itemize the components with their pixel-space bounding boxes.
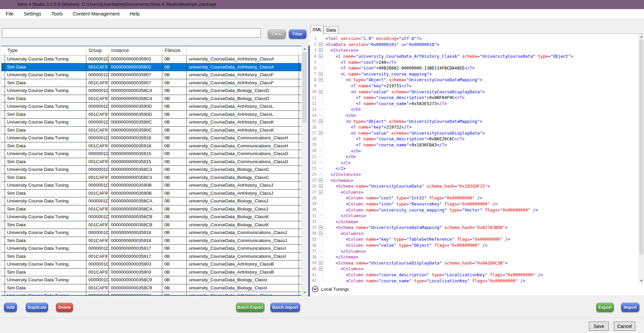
table-cell[interactable] [299,142,301,150]
table-cell[interactable]: Sim Data [5,237,86,245]
table-row[interactable]: Sim Data001CAF9700000000000358C30Buniver… [1,174,301,182]
table-cell[interactable]: University Course Data Tuning [5,134,86,142]
table-cell[interactable] [299,213,301,221]
table-cell[interactable]: University Course Data Tuning [5,182,86,189]
table-cell[interactable]: 0000000000035902 [109,55,162,63]
table-cell[interactable]: 0B [162,182,187,189]
row-selector-gutter[interactable] [1,260,5,268]
table-cell[interactable] [299,174,301,182]
table-cell[interactable]: 001CAF97 [86,63,109,71]
table-cell[interactable]: university_CourseData_ArtHistory_ClassL [187,103,299,110]
table-row[interactable]: Sim Data001CAF9700000000000359150Buniver… [1,158,301,166]
table-cell[interactable]: University Course Data Tuning [5,55,86,63]
table-cell[interactable]: Sim Data [5,127,86,134]
table-row[interactable]: University Course Data Tuning0000001D000… [1,213,301,221]
table-cell[interactable]: 0B [162,111,187,118]
fold-collapse-icon[interactable] [318,177,324,183]
table-cell[interactable]: university_CourseData_ArtHistory_ClassJ [187,182,299,189]
row-selector-gutter[interactable] [1,237,5,245]
table-cell[interactable]: University Course Data Tuning [5,245,86,252]
table-cell[interactable]: 0000001D [86,229,109,237]
fold-collapse-icon[interactable] [318,71,324,77]
save-button[interactable]: Save [589,322,609,331]
table-cell[interactable]: university_CourseData_Biology_ClassC [187,174,299,182]
table-row[interactable]: University Course Data Tuning0000001D000… [1,55,301,63]
table-cell[interactable]: 0000001D [86,134,109,142]
table-row[interactable]: Sim Data001CAF9700000000000358CA0Buniver… [1,205,301,213]
fold-collapse-icon[interactable] [318,183,324,189]
fold-collapse-icon[interactable] [318,266,324,272]
table-cell[interactable] [299,127,301,134]
scroll-up-icon[interactable] [639,34,644,40]
tab-xml[interactable]: XML [311,25,324,34]
table-cell[interactable] [299,197,301,205]
menu-item-help[interactable]: Help [125,9,145,18]
table-row[interactable]: University Course Data Tuning0000001D000… [1,245,301,253]
table-cell[interactable]: University Course Data Tuning [5,71,86,79]
table-cell[interactable]: 00000000000358C9 [109,284,162,292]
batch-export-button[interactable]: Batch Export [236,303,264,312]
table-cell[interactable] [299,103,301,110]
table-cell[interactable]: 0000000000035918 [109,237,162,245]
table-cell[interactable]: 000000000003590B [109,190,162,197]
table-cell[interactable]: university_CourseData_ArtHistory_ClassA [187,55,299,63]
table-cell[interactable]: university_CourseData_ArtHistory_ClassL [187,111,299,118]
row-selector-gutter[interactable] [1,142,5,150]
row-selector-gutter[interactable] [1,166,5,174]
table-row[interactable]: University Course Data Tuning0000001D000… [1,197,301,205]
table-row[interactable]: Sim Data001CAF97000000000003590B0Buniver… [1,190,301,198]
editor-scrollbar-thumb[interactable] [639,40,643,254]
table-cell[interactable]: University Course Data Tuning [5,197,86,205]
table-cell[interactable]: 00000000000358CA [109,197,162,205]
table-cell[interactable] [299,95,301,103]
table-cell[interactable]: 0B [162,142,187,150]
table-row[interactable]: University Course Data Tuning0000001D000… [1,71,301,79]
table-cell[interactable]: university_CourseData_ArtHistory_ClassB [187,269,299,276]
table-cell[interactable] [299,158,301,166]
row-selector-gutter[interactable] [1,87,5,95]
table-cell[interactable]: 0000001D [86,260,109,268]
table-cell[interactable] [299,237,301,245]
fold-collapse-icon[interactable] [318,231,324,237]
table-cell[interactable]: 001CAF97 [86,237,109,245]
filter-button[interactable]: Filter [289,30,306,39]
table-cell[interactable]: university_CourseData_Biology_ClassJ [187,197,299,205]
table-row[interactable]: Sim Data001CAF9700000000000359030Buniver… [1,269,301,277]
column-header-instance[interactable]: Instance [109,46,162,55]
table-cell[interactable]: 0000001D [86,245,109,252]
table-cell[interactable]: university_CourseData_ArtHistory_ClassJ [187,190,299,197]
table-cell[interactable]: university_CourseData_ArtHistory_ClassF [187,79,299,87]
scroll-up-icon[interactable] [302,46,307,52]
table-cell[interactable]: 0B [162,269,187,276]
scroll-down-icon[interactable] [639,278,644,284]
table-cell[interactable] [299,276,301,284]
table-cell[interactable]: 0B [162,205,187,213]
table-row[interactable]: University Course Data Tuning0000001D000… [1,103,301,111]
table-cell[interactable]: university_CourseData_Biology_ClassK [187,221,299,229]
table-scrollbar-thumb[interactable] [302,52,307,123]
table-cell[interactable]: 0B [162,95,187,103]
table-row[interactable]: Sim Data001CAF9700000000000358C90Buniver… [1,284,301,292]
table-row[interactable]: University Course Data Tuning0000001D000… [1,292,301,295]
row-selector-gutter[interactable] [1,71,5,79]
local-tunings-expander[interactable]: Local Tunings [312,285,349,293]
table-row[interactable]: Sim Data001CAF97000000000003590C0Buniver… [1,127,301,135]
table-cell[interactable]: 00000000000358C3 [109,166,162,174]
table-cell[interactable] [299,79,301,87]
table-cell[interactable]: 0000001D [86,292,109,295]
xml-editor[interactable]: 1<?xml version="1.0" encoding="utf-8"?>2… [310,36,638,283]
table-cell[interactable]: 00000000000358C9 [109,276,162,284]
table-cell[interactable]: 001CAF97 [86,142,109,150]
table-cell[interactable]: University Course Data Tuning [5,213,86,221]
row-selector-gutter[interactable] [1,221,5,229]
row-selector-gutter[interactable] [1,197,5,205]
table-cell[interactable]: university_CourseData_Communications_Cla… [187,142,299,150]
table-cell[interactable]: 000000000003590C [109,127,162,134]
fold-collapse-icon[interactable] [318,77,324,83]
table-cell[interactable]: university_CourseData_Communications_Cla… [187,237,299,245]
table-cell[interactable]: 001CAF97 [86,158,109,166]
row-selector-gutter[interactable] [1,205,5,213]
table-cell[interactable]: university_CourseData_Communications_Cla… [187,134,299,142]
table-cell[interactable]: university_CourseData_ArtHistory_ClassK [187,127,299,134]
table-cell[interactable]: 0B [162,245,187,252]
